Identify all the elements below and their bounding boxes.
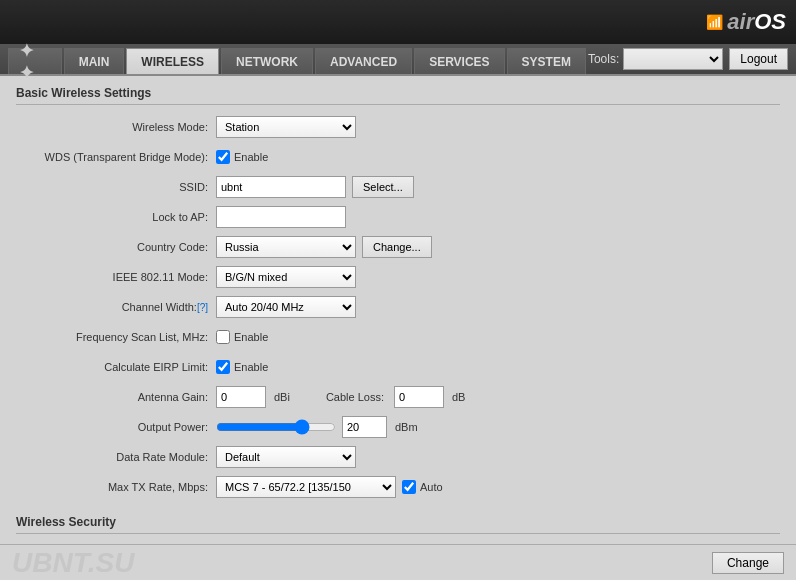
calc-eirp-text: Enable [234, 361, 268, 373]
output-power-control: dBm [216, 416, 418, 438]
select-button[interactable]: Select... [352, 176, 414, 198]
antenna-gain-input[interactable] [216, 386, 266, 408]
ieee-mode-label: IEEE 802.11 Mode: [16, 271, 216, 283]
cable-loss-label: Cable Loss: [326, 391, 384, 403]
calc-eirp-checkbox-label[interactable]: Enable [216, 360, 268, 374]
wireless-mode-control: Station Access Point Access Point WDS [216, 116, 356, 138]
main-content: Basic Wireless Settings Wireless Mode: S… [0, 76, 796, 580]
tab-main[interactable]: MAIN [64, 48, 125, 74]
data-rate-control: Default Custom [216, 446, 356, 468]
wds-row: WDS (Transparent Bridge Mode): Enable [16, 145, 780, 169]
tab-logo[interactable]: ✦ ✦ [8, 48, 62, 74]
lock-ap-label: Lock to AP: [16, 211, 216, 223]
logo-os: OS [754, 9, 786, 34]
antenna-gain-unit: dBi [274, 391, 290, 403]
channel-width-row: Channel Width:[?] Auto 20/40 MHz 20 MHz … [16, 295, 780, 319]
max-tx-label: Max TX Rate, Mbps: [16, 481, 216, 493]
calc-eirp-control: Enable [216, 360, 268, 374]
freq-scan-label: Frequency Scan List, MHz: [16, 331, 216, 343]
channel-width-label: Channel Width:[?] [16, 301, 216, 313]
basic-wireless-section-title: Basic Wireless Settings [16, 86, 780, 105]
data-rate-select[interactable]: Default Custom [216, 446, 356, 468]
country-code-select[interactable]: Russia United States Germany [216, 236, 356, 258]
country-code-row: Country Code: Russia United States Germa… [16, 235, 780, 259]
antenna-cable-control: dBi Cable Loss: dB [216, 386, 465, 408]
wireless-security-section-title: Wireless Security [16, 515, 780, 534]
watermark: UBNT.SU [12, 547, 134, 579]
wireless-mode-row: Wireless Mode: Station Access Point Acce… [16, 115, 780, 139]
max-tx-select[interactable]: MCS 7 - 65/72.2 [135/150 [216, 476, 396, 498]
auto-checkbox[interactable] [402, 480, 416, 494]
output-power-slider[interactable] [216, 419, 336, 435]
auto-checkbox-label[interactable]: Auto [402, 480, 443, 494]
change-country-button[interactable]: Change... [362, 236, 432, 258]
channel-width-control: Auto 20/40 MHz 20 MHz 40 MHz [216, 296, 356, 318]
country-code-label: Country Code: [16, 241, 216, 253]
nav-left: ✦ ✦ MAIN WIRELESS NETWORK ADVANCED SERVI… [8, 48, 588, 74]
antenna-cable-row: Antenna Gain: dBi Cable Loss: dB [16, 385, 780, 409]
tab-network[interactable]: NETWORK [221, 48, 313, 74]
tools-label: Tools: [588, 52, 619, 66]
calc-eirp-checkbox[interactable] [216, 360, 230, 374]
ieee-mode-select[interactable]: B/G/N mixed A/N mixed B only [216, 266, 356, 288]
ssid-control: Select... [216, 176, 414, 198]
wds-checkbox-text: Enable [234, 151, 268, 163]
freq-scan-text: Enable [234, 331, 268, 343]
logout-button[interactable]: Logout [729, 48, 788, 70]
wireless-mode-select[interactable]: Station Access Point Access Point WDS [216, 116, 356, 138]
data-rate-row: Data Rate Module: Default Custom [16, 445, 780, 469]
lock-ap-row: Lock to AP: [16, 205, 780, 229]
ieee-mode-row: IEEE 802.11 Mode: B/G/N mixed A/N mixed … [16, 265, 780, 289]
logo-air: air [727, 9, 754, 34]
wds-checkbox[interactable] [216, 150, 230, 164]
freq-scan-row: Frequency Scan List, MHz: Enable [16, 325, 780, 349]
ssid-input[interactable] [216, 176, 346, 198]
channel-width-help[interactable]: [?] [197, 302, 208, 313]
tab-advanced[interactable]: ADVANCED [315, 48, 412, 74]
data-rate-label: Data Rate Module: [16, 451, 216, 463]
channel-width-select[interactable]: Auto 20/40 MHz 20 MHz 40 MHz [216, 296, 356, 318]
auto-text: Auto [420, 481, 443, 493]
freq-scan-checkbox[interactable] [216, 330, 230, 344]
ssid-label: SSID: [16, 181, 216, 193]
lock-ap-control [216, 206, 346, 228]
output-power-unit: dBm [395, 421, 418, 433]
calc-eirp-label: Calculate EIRP Limit: [16, 361, 216, 373]
wireless-mode-label: Wireless Mode: [16, 121, 216, 133]
ssid-row: SSID: Select... [16, 175, 780, 199]
signal-icon: 📶 [706, 14, 723, 30]
nav-right: Tools: Logout [588, 48, 788, 74]
tab-system[interactable]: SYSTEM [507, 48, 586, 74]
bottombar: UBNT.SU Change [0, 544, 796, 580]
logo-text: airOS [727, 9, 786, 35]
output-power-label: Output Power: [16, 421, 216, 433]
change-button[interactable]: Change [712, 552, 784, 574]
ieee-mode-control: B/G/N mixed A/N mixed B only [216, 266, 356, 288]
calc-eirp-row: Calculate EIRP Limit: Enable [16, 355, 780, 379]
cable-loss-input[interactable] [394, 386, 444, 408]
country-code-control: Russia United States Germany Change... [216, 236, 432, 258]
nav-tabs: ✦ ✦ MAIN WIRELESS NETWORK ADVANCED SERVI… [0, 44, 796, 76]
output-power-row: Output Power: dBm [16, 415, 780, 439]
cable-loss-unit: dB [452, 391, 465, 403]
freq-scan-checkbox-label[interactable]: Enable [216, 330, 268, 344]
logo: 📶 airOS [706, 9, 786, 35]
wds-label: WDS (Transparent Bridge Mode): [16, 151, 216, 163]
lock-ap-input[interactable] [216, 206, 346, 228]
wds-checkbox-label[interactable]: Enable [216, 150, 268, 164]
max-tx-row: Max TX Rate, Mbps: MCS 7 - 65/72.2 [135/… [16, 475, 780, 499]
tools-select[interactable] [623, 48, 723, 70]
antenna-gain-label: Antenna Gain: [16, 391, 216, 403]
topbar: 📶 airOS [0, 0, 796, 44]
freq-scan-control: Enable [216, 330, 268, 344]
tab-wireless[interactable]: WIRELESS [126, 48, 219, 74]
tab-services[interactable]: SERVICES [414, 48, 504, 74]
output-power-input[interactable] [342, 416, 387, 438]
max-tx-control: MCS 7 - 65/72.2 [135/150 Auto [216, 476, 443, 498]
wds-control: Enable [216, 150, 268, 164]
